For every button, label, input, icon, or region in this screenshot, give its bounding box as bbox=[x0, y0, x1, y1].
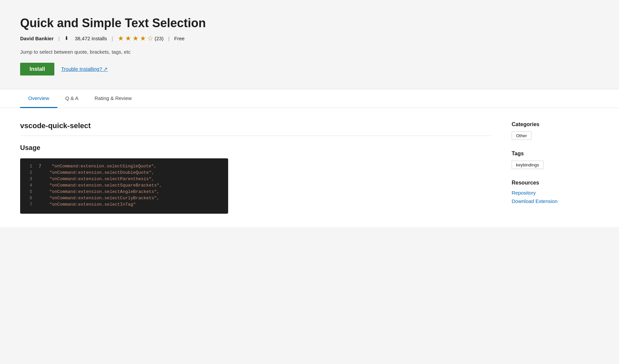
stars-container: ★ ★ ★ ★ ☆ (23) bbox=[118, 34, 164, 42]
install-button[interactable]: Install bbox=[20, 63, 54, 75]
content-right: Categories Other Tags keybindings Resour… bbox=[512, 121, 599, 214]
header-section: Quick and Simple Text Selection David Ba… bbox=[0, 0, 619, 89]
tabs-section: Overview Q & A Rating & Review bbox=[0, 89, 619, 108]
extension-description: Jump to select between quote, brackets, … bbox=[20, 49, 599, 55]
category-other-tag[interactable]: Other bbox=[512, 132, 531, 140]
line-num-3: 3 bbox=[27, 176, 32, 181]
code-line-7: 7 "onCommand:extension.selectInTag" bbox=[27, 202, 221, 207]
line-num-4: 4 bbox=[27, 183, 32, 188]
code-line-4: 4 "onCommand:extension.selectSquareBrack… bbox=[27, 183, 221, 188]
line-num-7: 7 bbox=[27, 202, 32, 207]
tags-section: Tags keybindings bbox=[512, 151, 599, 177]
code-line-1: 1 ⤴ "onCommand:extension.selectSingleQuo… bbox=[27, 164, 221, 169]
meta-row: David Bankier | ⬇ 38,472 installs | ★ ★ … bbox=[20, 34, 599, 42]
actions-row: Install Trouble Installing? ↗ bbox=[20, 63, 599, 75]
content-left: vscode-quick-select Usage 1 ⤴ "onCommand… bbox=[20, 121, 492, 214]
star-1: ★ bbox=[118, 34, 124, 42]
tab-qa[interactable]: Q & A bbox=[57, 89, 87, 108]
tag-keybindings[interactable]: keybindings bbox=[512, 161, 544, 169]
extension-title: Quick and Simple Text Selection bbox=[20, 16, 599, 30]
tabs-row: Overview Q & A Rating & Review bbox=[20, 89, 599, 108]
line-num-2: 2 bbox=[27, 170, 32, 175]
line-num-6: 6 bbox=[27, 196, 32, 201]
tab-overview[interactable]: Overview bbox=[20, 89, 57, 108]
repository-link[interactable]: Repository bbox=[512, 190, 599, 196]
star-5-half: ☆ bbox=[147, 34, 153, 42]
line-content-4: "onCommand:extension.selectSquareBracket… bbox=[39, 183, 162, 188]
code-line-2: 2 "onCommand:extension.selectDoubleQuote… bbox=[27, 170, 221, 175]
line-num-5: 5 bbox=[27, 189, 32, 194]
extension-id: vscode-quick-select bbox=[20, 121, 492, 136]
download-extension-link[interactable]: Download Extension bbox=[512, 198, 599, 204]
resources-title: Resources bbox=[512, 180, 599, 186]
line-num-1: 1 bbox=[27, 164, 32, 169]
line-content-2: "onCommand:extension.selectDoubleQuote", bbox=[39, 170, 154, 175]
line-content-1: ⤴ "onCommand:extension.selectSingleQuote… bbox=[39, 164, 156, 169]
line-content-3: "onCommand:extension.selectParenthesis", bbox=[39, 176, 154, 181]
code-line-6: 6 "onCommand:extension.selectCurlyBracke… bbox=[27, 196, 221, 201]
star-4: ★ bbox=[140, 34, 146, 42]
tab-rating-review[interactable]: Rating & Review bbox=[87, 89, 140, 108]
star-2: ★ bbox=[125, 34, 131, 42]
author-name: David Bankier bbox=[20, 36, 54, 41]
separator-1: | bbox=[58, 36, 60, 41]
resources-section: Resources Repository Download Extension bbox=[512, 180, 599, 204]
tags-title: Tags bbox=[512, 151, 599, 157]
rating-count: (23) bbox=[155, 36, 164, 41]
line-content-6: "onCommand:extension.selectCurlyBrackets… bbox=[39, 196, 159, 201]
code-line-5: 5 "onCommand:extension.selectAngleBracke… bbox=[27, 189, 221, 194]
line-content-7: "onCommand:extension.selectInTag" bbox=[39, 202, 136, 207]
trouble-installing-link[interactable]: Trouble Installing? ↗ bbox=[61, 66, 108, 72]
categories-title: Categories bbox=[512, 121, 599, 127]
code-line-3: 3 "onCommand:extension.selectParenthesis… bbox=[27, 176, 221, 181]
installs-count: 38,472 installs bbox=[75, 36, 107, 41]
separator-2: | bbox=[112, 36, 113, 41]
code-block: 1 ⤴ "onCommand:extension.selectSingleQuo… bbox=[20, 158, 228, 214]
download-icon: ⬇ bbox=[64, 35, 69, 41]
star-3: ★ bbox=[133, 34, 139, 42]
price-label: Free bbox=[174, 36, 185, 41]
separator-3: | bbox=[168, 36, 169, 41]
main-content: vscode-quick-select Usage 1 ⤴ "onCommand… bbox=[0, 108, 619, 227]
line-content-5: "onCommand:extension.selectAngleBrackets… bbox=[39, 189, 159, 194]
usage-heading: Usage bbox=[20, 144, 492, 152]
